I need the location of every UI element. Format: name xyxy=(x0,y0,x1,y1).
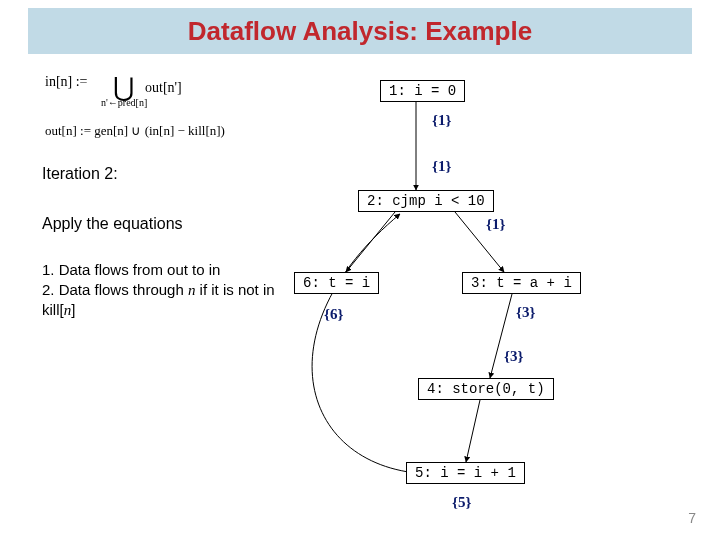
svg-line-4 xyxy=(466,400,480,462)
equation-out: out[n] := gen[n] ∪ (in[n] − kill[n]) xyxy=(45,122,225,140)
rule-2: 2. Data flows through n if it is not in … xyxy=(42,280,302,321)
node-3: 3: t = a + i xyxy=(462,272,581,294)
out-set-3a: {3} xyxy=(516,304,535,321)
node-2: 2: cjmp i < 10 xyxy=(358,190,494,212)
out-set-6: {6} xyxy=(324,306,343,323)
eq-in-lhs: in[n] := xyxy=(45,74,88,89)
rules-block: 1. Data flows from out to in 2. Data flo… xyxy=(42,260,302,321)
out-set-2: {1} xyxy=(486,216,505,233)
equations-block: in[n] := ⋃ n'←pred[n] out[n'] out[n] := … xyxy=(45,72,225,140)
node-5: 5: i = i + 1 xyxy=(406,462,525,484)
node-1: 1: i = 0 xyxy=(380,80,465,102)
svg-line-1 xyxy=(346,212,395,272)
node-6: 6: t = i xyxy=(294,272,379,294)
iteration-label: Iteration 2: xyxy=(42,165,118,183)
slide-title: Dataflow Analysis: Example xyxy=(188,16,532,47)
out-set-5: {5} xyxy=(452,494,471,511)
eq-in-rhs: out[n'] xyxy=(145,78,182,98)
page-number: 7 xyxy=(688,510,696,526)
node-4: 4: store(0, t) xyxy=(418,378,554,400)
in-set-4: {3} xyxy=(504,348,523,365)
equation-in: in[n] := ⋃ n'←pred[n] out[n'] xyxy=(45,72,225,112)
slide-title-bar: Dataflow Analysis: Example xyxy=(28,8,692,54)
out-set-1a: {1} xyxy=(432,112,451,129)
svg-line-3 xyxy=(490,294,512,378)
in-set-2: {1} xyxy=(432,158,451,175)
union-subscript: n'←pred[n] xyxy=(101,96,147,110)
apply-label: Apply the equations xyxy=(42,215,183,233)
rule-1: 1. Data flows from out to in xyxy=(42,260,302,280)
